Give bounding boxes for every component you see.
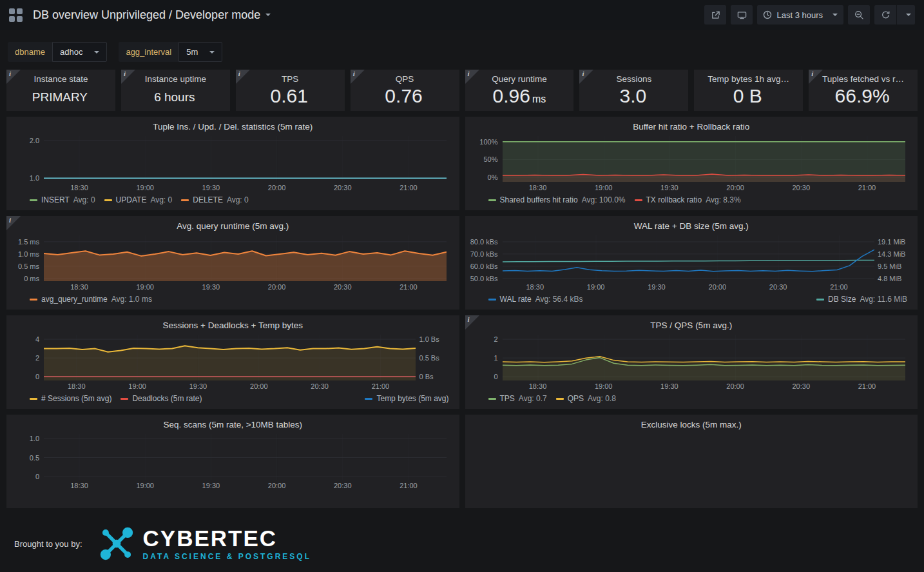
chart-plot-area[interactable] [44, 235, 447, 281]
info-icon[interactable] [809, 70, 823, 84]
chart-plot-area[interactable] [44, 434, 447, 480]
info-icon[interactable] [6, 216, 21, 230]
legend-series-name: Shared buffers hit ratio [500, 195, 578, 206]
brand-text: CYBERTEC DATA SCIENCE & POSTGRESQL [143, 527, 311, 561]
share-button[interactable] [704, 5, 726, 25]
x-axis-label: 19:00 [136, 482, 154, 489]
refresh-interval-dropdown[interactable] [897, 5, 915, 25]
info-icon[interactable] [465, 70, 479, 84]
chart-grid: Tuple Ins. / Upd. / Del. statistics (5m … [6, 117, 918, 508]
y-axis-right [447, 434, 456, 480]
stat-panel-tuples-fetched: Tuples fetched vs r… 66.9% [809, 70, 918, 111]
refresh-button[interactable] [874, 5, 896, 25]
series-color-marker [488, 398, 496, 400]
y-axis-label: 0% [488, 173, 498, 181]
x-axis-label: 18:30 [529, 382, 547, 390]
y-axis-right [905, 136, 914, 182]
tv-mode-button[interactable] [731, 5, 753, 25]
panel-title[interactable]: Temp bytes 1h avg… [694, 74, 803, 84]
legend-item[interactable]: # Sessions (5m avg) [30, 393, 111, 404]
time-picker-button[interactable]: Last 3 hours [757, 5, 843, 25]
panel-title[interactable]: WAL rate + DB size (5m avg.) [469, 220, 914, 233]
panel-title[interactable]: Avg. query runtime (5m avg.) [10, 220, 456, 233]
panel-sessions-deadlocks-temp: Sessions + Deadlocks + Temp bytes 420 1.… [6, 315, 459, 409]
info-icon[interactable] [465, 315, 479, 330]
panel-title[interactable]: Instance uptime [121, 74, 230, 84]
chart-plot-area[interactable] [503, 434, 905, 480]
legend-item[interactable]: WAL rateAvg: 56.4 kBs [488, 294, 583, 305]
info-icon[interactable] [121, 70, 135, 84]
panel-title[interactable]: Buffer hit ratio + Rollback ratio [469, 121, 914, 133]
series-color-marker [635, 199, 642, 201]
chart-area: 100%50%0% 18:3019:0019:3020:0020:3021:00 [469, 136, 914, 193]
legend-item[interactable]: Deadlocks (5m rate) [120, 393, 202, 404]
panel-title[interactable]: Sessions [579, 74, 688, 84]
legend-item[interactable]: DELETEAvg: 0 [181, 195, 249, 206]
chart-legend [10, 491, 456, 493]
dashboard-title[interactable]: DB overview Unprivileged / Developer mod… [33, 8, 260, 22]
y-axis-label: 70.0 kBs [470, 250, 498, 258]
chart-plot-area[interactable] [44, 136, 447, 182]
y-axis-label: 1.5 ms [18, 238, 39, 246]
chart-area: 210 18:3019:0019:3020:0020:3021:00 [469, 335, 914, 391]
y-axis-right: 19.1 MiB14.3 MiB9.5 MiB4.8 MiB [874, 235, 914, 281]
legend-item[interactable]: DB SizeAvg: 11.6 MiB [816, 294, 907, 305]
x-axis-label: 21:00 [858, 184, 876, 192]
chart-legend: TPSAvg: 0.7QPSAvg: 0.8 [469, 391, 914, 404]
y-axis-left: 80.0 kBs70.0 kBs60.0 kBs50.0 kBs [469, 235, 503, 281]
panel-title[interactable]: TPS / QPS (5m avg.) [469, 319, 914, 332]
legend-item[interactable]: UPDATEAvg: 0 [104, 195, 173, 206]
series-color-marker [30, 398, 37, 400]
stat-number: PRIMARY [32, 90, 88, 104]
y-axis-label: 0 ms [24, 275, 39, 282]
legend-item[interactable]: TPSAvg: 0.7 [488, 393, 547, 404]
y-axis-left: 210 [469, 335, 503, 380]
legend-item[interactable]: TX rollback ratioAvg: 8.3% [635, 195, 741, 206]
y-axis-left: 420 [10, 335, 44, 380]
chart-plot-area[interactable] [44, 335, 416, 380]
x-axis-label: 19:00 [595, 382, 613, 390]
chart-plot-area[interactable] [503, 136, 905, 182]
x-axis-label: 20:00 [268, 283, 286, 291]
legend-series-stat: Avg: 0 [227, 195, 249, 206]
series-color-marker [104, 199, 112, 201]
stat-value: PRIMARY [6, 88, 115, 108]
info-icon[interactable] [236, 70, 250, 84]
panel-title[interactable]: QPS [351, 74, 459, 84]
legend-item[interactable]: Temp bytes (5m avg) [365, 393, 448, 404]
panel-title[interactable]: Sessions + Deadlocks + Temp bytes [10, 319, 456, 332]
variable-value: adhoc [60, 47, 82, 57]
panel-title[interactable]: Seq. scans (5m rate, >10MB tables) [10, 419, 456, 431]
panel-tps-qps: TPS / QPS (5m avg.) 210 18:3019:0019:302… [465, 315, 918, 409]
legend-item[interactable]: Shared buffers hit ratioAvg: 100.0% [488, 195, 626, 206]
chart-plot-area[interactable] [503, 335, 905, 380]
panel-title[interactable]: TPS [236, 74, 345, 84]
x-axis: 18:3019:0019:3020:0020:3021:00 [503, 182, 905, 193]
panel-title[interactable]: Tuple Ins. / Upd. / Del. statistics (5m … [10, 121, 456, 133]
stat-panels-row: Instance state PRIMARY Instance uptime 6… [6, 70, 918, 111]
chevron-down-icon[interactable] [265, 14, 271, 19]
y-axis-left: 2.01.0 [10, 136, 44, 182]
legend-item[interactable]: INSERTAvg: 0 [30, 195, 95, 206]
variable-agg-interval-select[interactable]: 5m [178, 42, 222, 62]
chart-canvas [503, 335, 905, 380]
x-axis-label: 19:00 [136, 184, 154, 192]
panel-title[interactable]: Instance state [6, 74, 115, 84]
legend-item[interactable]: QPSAvg: 0.8 [556, 393, 616, 404]
variable-dbname-select[interactable]: adhoc [52, 42, 107, 62]
info-icon[interactable] [351, 70, 365, 84]
stat-value: 0.61 [236, 85, 345, 110]
grafana-menu-icon[interactable] [9, 8, 23, 22]
panel-title[interactable]: Query runtime [465, 74, 574, 84]
panel-title[interactable]: Exclusive locks (5m max.) [469, 419, 914, 431]
info-icon[interactable] [6, 70, 21, 84]
info-icon[interactable] [579, 70, 593, 84]
y-axis-right [447, 136, 456, 182]
legend-series-name: QPS [568, 393, 584, 404]
chart-plot-area[interactable] [503, 235, 874, 281]
panel-title[interactable]: Tuples fetched vs r… [809, 74, 918, 84]
chart-area: 1.5 ms1.0 ms0.5 ms0 ms 18:3019:0019:3020… [10, 235, 456, 292]
stat-value: 3.0 [579, 85, 688, 110]
legend-item[interactable]: avg_query_runtimeAvg: 1.0 ms [30, 294, 152, 305]
zoom-out-button[interactable] [848, 5, 870, 25]
